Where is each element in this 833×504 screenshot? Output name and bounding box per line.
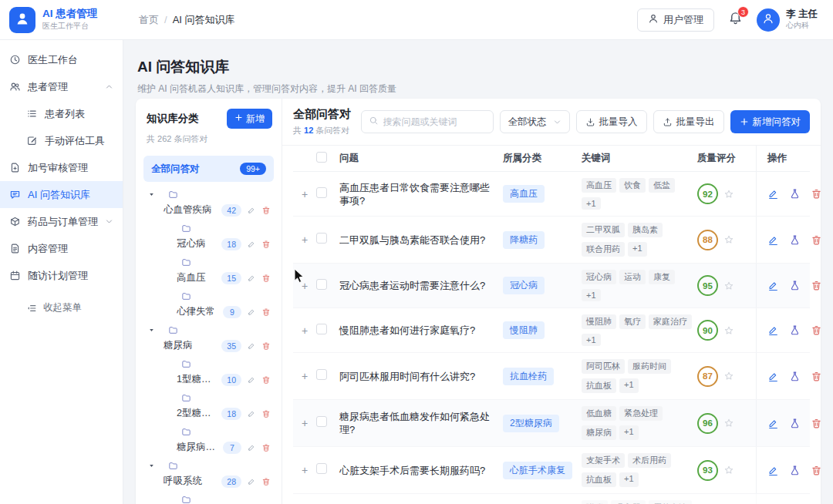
sidebar-item[interactable]: 医生工作台 [0, 46, 123, 73]
delete-category-button[interactable] [261, 375, 271, 385]
collapse-menu-button[interactable]: 收起菜单 [0, 301, 123, 314]
question-text[interactable]: 冠心病患者运动时需要注意什么? [339, 279, 503, 292]
edit-category-button[interactable] [247, 240, 256, 249]
expand-button[interactable]: + [293, 417, 316, 429]
row-checkbox[interactable] [316, 187, 327, 198]
tree-item-name[interactable]: 1型糖尿病 [177, 373, 216, 386]
question-text[interactable]: 心脏支架手术后需要长期服药吗? [339, 464, 503, 477]
row-checkbox[interactable] [316, 416, 327, 427]
delete-button[interactable] [811, 418, 821, 429]
edit-button[interactable] [767, 188, 779, 200]
star-icon[interactable] [723, 189, 734, 200]
edit-category-button[interactable] [247, 409, 256, 418]
row-checkbox[interactable] [316, 463, 327, 474]
edit-category-button[interactable] [247, 477, 256, 486]
question-text[interactable]: 二甲双胍与胰岛素能否联合使用? [339, 234, 503, 247]
star-icon[interactable] [723, 465, 734, 475]
edit-category-button[interactable] [247, 443, 256, 452]
category-tag[interactable]: 心脏手术康复 [503, 462, 572, 479]
tree-item-name[interactable]: 糖尿病 [164, 339, 216, 352]
expand-button[interactable]: + [293, 280, 316, 292]
row-checkbox[interactable] [316, 233, 327, 244]
question-text[interactable]: 阿司匹林服用时间有什么讲究? [339, 370, 503, 383]
caret-down-icon[interactable] [148, 191, 155, 198]
category-tag[interactable]: 抗血栓药 [503, 368, 554, 385]
edit-category-button[interactable] [247, 307, 256, 317]
category-tag[interactable]: 降糖药 [503, 231, 545, 249]
question-text[interactable]: 糖尿病患者低血糖发作如何紧急处理? [339, 410, 503, 436]
edit-button[interactable] [767, 280, 779, 291]
test-button[interactable] [789, 234, 801, 246]
batch-import-button[interactable]: 批量导入 [576, 110, 647, 133]
more-keywords-tag[interactable]: +1 [582, 334, 601, 346]
star-icon[interactable] [723, 371, 734, 381]
delete-button[interactable] [811, 324, 821, 336]
sidebar-item[interactable]: 患者管理 [0, 73, 123, 100]
sidebar-item[interactable]: 手动评估工具 [0, 127, 123, 154]
caret-down-icon[interactable] [148, 462, 155, 469]
edit-button[interactable] [767, 371, 779, 382]
delete-button[interactable] [811, 188, 821, 200]
notification-bell[interactable]: 3 [728, 11, 743, 29]
tree-item-name[interactable]: 2型糖尿病 [177, 407, 216, 420]
search-input[interactable] [383, 116, 486, 127]
delete-category-button[interactable] [261, 274, 271, 283]
edit-category-button[interactable] [247, 341, 256, 351]
category-tag[interactable]: 高血压 [503, 185, 545, 203]
test-button[interactable] [789, 280, 801, 291]
more-keywords-tag[interactable]: +1 [619, 425, 639, 440]
delete-category-button[interactable] [261, 307, 271, 317]
expand-button[interactable]: + [293, 464, 316, 476]
tree-item-name[interactable]: 心血管疾病 [164, 203, 216, 217]
sidebar-item[interactable]: AI 问答知识库 [0, 181, 123, 208]
category-tag[interactable]: 2型糖尿病 [503, 415, 559, 432]
sidebar-item[interactable]: 随访计划管理 [0, 262, 123, 289]
more-keywords-tag[interactable]: +1 [619, 378, 639, 393]
tree-item-name[interactable]: 高血压 [177, 271, 216, 284]
tree-item-name[interactable]: 糖尿病并... [177, 441, 218, 454]
delete-category-button[interactable] [261, 409, 271, 418]
edit-category-button[interactable] [247, 206, 256, 215]
row-checkbox[interactable] [316, 324, 327, 334]
sidebar-item[interactable]: 内容管理 [0, 235, 123, 262]
breadcrumb-home[interactable]: 首页 [139, 13, 159, 27]
more-keywords-tag[interactable]: +1 [582, 289, 601, 301]
test-button[interactable] [789, 465, 801, 476]
question-text[interactable]: 慢阻肺患者如何进行家庭氧疗? [339, 324, 503, 337]
edit-button[interactable] [767, 465, 779, 476]
star-icon[interactable] [723, 325, 734, 336]
select-all-checkbox[interactable] [316, 152, 327, 163]
add-qa-button[interactable]: 新增问答对 [730, 110, 811, 133]
user-management-button[interactable]: 用户管理 [637, 8, 714, 32]
delete-category-button[interactable] [261, 443, 271, 452]
expand-button[interactable]: + [293, 324, 316, 337]
status-filter-select[interactable]: 全部状态 [500, 110, 570, 133]
more-keywords-tag[interactable]: +1 [619, 472, 639, 487]
more-keywords-tag[interactable]: +1 [628, 242, 647, 257]
delete-category-button[interactable] [261, 477, 271, 486]
sidebar-item[interactable]: 患者列表 [0, 100, 123, 127]
test-button[interactable] [789, 418, 801, 429]
edit-button[interactable] [767, 418, 779, 429]
tree-item-name[interactable]: 心律失常 [177, 305, 218, 318]
category-tag[interactable]: 冠心病 [503, 277, 545, 294]
kb-all-item[interactable]: 全部问答对 99+ [143, 156, 274, 182]
delete-button[interactable] [811, 280, 821, 291]
search-box[interactable] [361, 110, 494, 133]
delete-button[interactable] [811, 234, 821, 246]
row-checkbox[interactable] [316, 369, 327, 380]
expand-button[interactable]: + [293, 234, 316, 246]
delete-button[interactable] [811, 465, 821, 476]
edit-button[interactable] [767, 324, 779, 336]
tree-item-name[interactable]: 冠心病 [177, 237, 216, 250]
tree-item-name[interactable]: 呼吸系统 [164, 475, 216, 488]
sidebar-item[interactable]: 加号审核管理 [0, 154, 123, 181]
edit-button[interactable] [767, 234, 779, 246]
star-icon[interactable] [723, 234, 734, 245]
edit-category-button[interactable] [247, 375, 256, 385]
delete-category-button[interactable] [261, 206, 271, 215]
expand-button[interactable]: + [293, 188, 316, 200]
delete-category-button[interactable] [261, 341, 271, 351]
caret-down-icon[interactable] [148, 327, 155, 334]
user-chip[interactable]: 李 主任 心内科 [757, 8, 818, 32]
